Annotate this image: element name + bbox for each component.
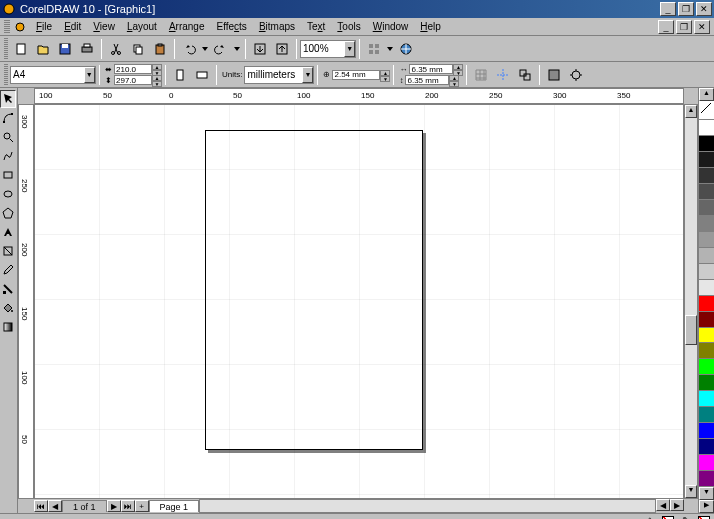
- text-tool[interactable]: [0, 223, 16, 241]
- undo-icon[interactable]: [178, 38, 200, 60]
- options-icon[interactable]: [565, 64, 587, 86]
- color-swatch[interactable]: [699, 328, 714, 344]
- menu-text[interactable]: Text: [301, 19, 331, 34]
- color-swatch[interactable]: [699, 120, 714, 136]
- color-swatch[interactable]: [699, 248, 714, 264]
- maximize-button[interactable]: ❐: [678, 2, 694, 16]
- paper-height-input[interactable]: [114, 75, 152, 85]
- color-swatch[interactable]: [699, 264, 714, 280]
- interactive-fill-tool[interactable]: [0, 318, 16, 336]
- color-swatch[interactable]: [699, 136, 714, 152]
- close-button[interactable]: ✕: [696, 2, 712, 16]
- freehand-tool[interactable]: [0, 147, 16, 165]
- redo-dropdown-icon[interactable]: [232, 38, 242, 60]
- grip[interactable]: [4, 38, 8, 60]
- no-color-swatch[interactable]: [699, 101, 714, 120]
- color-swatch[interactable]: [699, 200, 714, 216]
- scroll-down-icon[interactable]: ▼: [685, 485, 697, 498]
- mdi-minimize-button[interactable]: _: [658, 20, 674, 34]
- vertical-ruler[interactable]: 300 250 200 150 100 50: [18, 104, 34, 499]
- units-input[interactable]: [245, 69, 302, 80]
- corel-online-icon[interactable]: [395, 38, 417, 60]
- color-swatch[interactable]: [699, 391, 714, 407]
- page[interactable]: [205, 130, 423, 450]
- menu-view[interactable]: View: [87, 19, 121, 34]
- menu-edit[interactable]: Edit: [58, 19, 87, 34]
- mdi-close-button[interactable]: ✕: [694, 20, 710, 34]
- color-swatch[interactable]: [699, 216, 714, 232]
- first-page-button[interactable]: ⏮: [34, 500, 48, 512]
- interactive-tool[interactable]: [0, 242, 16, 260]
- zoom-input[interactable]: [301, 43, 344, 54]
- color-swatch[interactable]: [699, 471, 714, 487]
- color-swatch[interactable]: [699, 375, 714, 391]
- color-swatch[interactable]: [699, 343, 714, 359]
- color-swatch[interactable]: [699, 184, 714, 200]
- width-spinner[interactable]: ▲▼: [152, 64, 162, 74]
- papersize-combo[interactable]: ▼: [10, 66, 96, 84]
- menu-file[interactable]: File: [30, 19, 58, 34]
- ellipse-tool[interactable]: [0, 185, 16, 203]
- nudge-input[interactable]: [332, 70, 380, 80]
- dup-y-spinner[interactable]: ▲▼: [449, 75, 459, 85]
- fill-color-indicator[interactable]: [662, 516, 674, 520]
- rectangle-tool[interactable]: [0, 166, 16, 184]
- menu-layout[interactable]: Layout: [121, 19, 163, 34]
- portrait-icon[interactable]: [169, 64, 191, 86]
- outline-tool[interactable]: [0, 280, 16, 298]
- dup-x-spinner[interactable]: ▲▼: [453, 64, 463, 74]
- snap-to-objects-icon[interactable]: [514, 64, 536, 86]
- color-swatch[interactable]: [699, 296, 714, 312]
- menu-arrange[interactable]: Arrange: [163, 19, 211, 34]
- papersize-input[interactable]: [11, 69, 84, 80]
- eyedropper-tool[interactable]: [0, 261, 16, 279]
- dropdown-icon[interactable]: ▼: [84, 67, 95, 83]
- copy-icon[interactable]: [127, 38, 149, 60]
- menu-bitmaps[interactable]: Bitmaps: [253, 19, 301, 34]
- app-launcher-icon[interactable]: [363, 38, 385, 60]
- shape-tool[interactable]: [0, 109, 16, 127]
- scroll-up-icon[interactable]: ▲: [685, 105, 697, 118]
- horizontal-ruler[interactable]: 100 50 0 50 100 150 200 250 300 350: [34, 88, 684, 104]
- polygon-tool[interactable]: [0, 204, 16, 222]
- paper-width-input[interactable]: [114, 64, 152, 74]
- color-swatch[interactable]: [699, 423, 714, 439]
- scroll-right-icon[interactable]: ▶: [670, 499, 684, 511]
- zoom-tool[interactable]: [0, 128, 16, 146]
- app-dropdown-icon[interactable]: [385, 38, 395, 60]
- import-icon[interactable]: [249, 38, 271, 60]
- color-swatch[interactable]: [699, 312, 714, 328]
- open-icon[interactable]: [32, 38, 54, 60]
- new-icon[interactable]: [10, 38, 32, 60]
- color-swatch[interactable]: [699, 152, 714, 168]
- units-combo[interactable]: ▼: [244, 66, 314, 84]
- add-page-button[interactable]: +: [135, 500, 149, 512]
- drawing-canvas[interactable]: [34, 104, 684, 499]
- page-tab[interactable]: Page 1: [149, 500, 200, 512]
- color-swatch[interactable]: [699, 455, 714, 471]
- scroll-thumb[interactable]: [685, 315, 697, 345]
- paste-icon[interactable]: [149, 38, 171, 60]
- palette-flyout-icon[interactable]: ▶: [699, 500, 714, 513]
- color-swatch[interactable]: [699, 439, 714, 455]
- palette-down-icon[interactable]: ▼: [699, 487, 714, 500]
- dropdown-icon[interactable]: ▼: [302, 67, 313, 83]
- landscape-icon[interactable]: [191, 64, 213, 86]
- menu-tools[interactable]: Tools: [331, 19, 366, 34]
- color-swatch[interactable]: [699, 168, 714, 184]
- zoom-combo[interactable]: ▼: [300, 40, 356, 58]
- minimize-button[interactable]: _: [660, 2, 676, 16]
- scroll-left-icon[interactable]: ◀: [656, 499, 670, 511]
- last-page-button[interactable]: ⏭: [121, 500, 135, 512]
- prev-page-button[interactable]: ◀: [48, 500, 62, 512]
- nudge-spinner[interactable]: ▲▼: [380, 70, 390, 80]
- fill-tool[interactable]: [0, 299, 16, 317]
- menu-window[interactable]: Window: [367, 19, 415, 34]
- undo-dropdown-icon[interactable]: [200, 38, 210, 60]
- export-icon[interactable]: [271, 38, 293, 60]
- cut-icon[interactable]: [105, 38, 127, 60]
- snap-to-guides-icon[interactable]: [492, 64, 514, 86]
- save-icon[interactable]: [54, 38, 76, 60]
- height-spinner[interactable]: ▲▼: [152, 75, 162, 85]
- snap-to-grid-icon[interactable]: [470, 64, 492, 86]
